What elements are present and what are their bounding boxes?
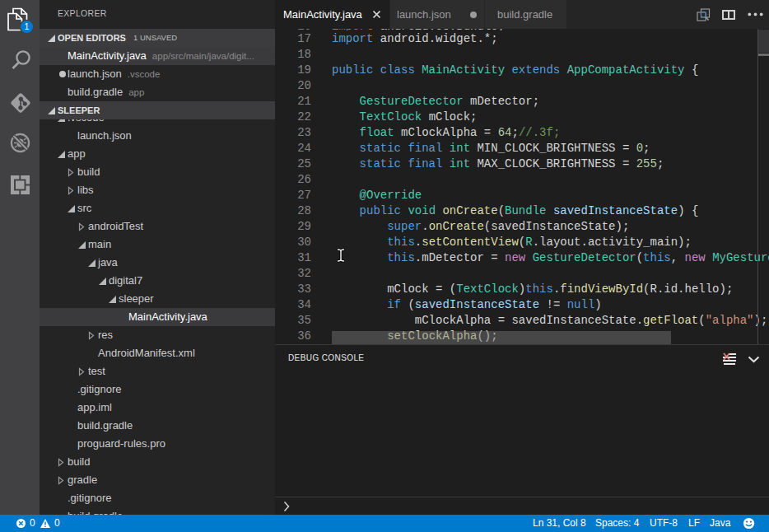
svg-text:1: 1 [25,21,30,31]
